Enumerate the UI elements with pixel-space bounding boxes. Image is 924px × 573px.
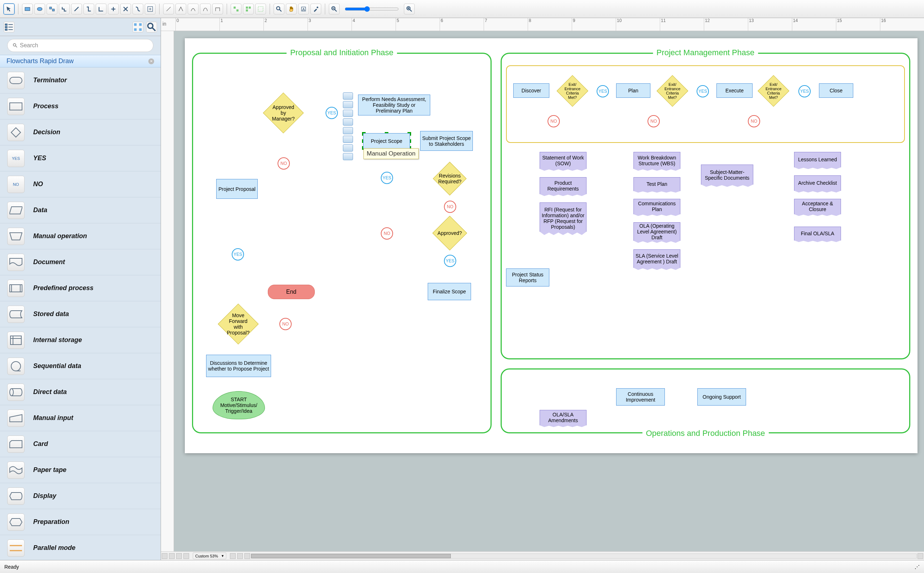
panel-header[interactable]: Flowcharts Rapid Draw ✕ <box>0 55 161 67</box>
pal-circle[interactable] <box>343 136 353 143</box>
process-project-scope[interactable]: Project Scope <box>363 133 410 149</box>
page[interactable]: Proposal and Initiation Phase Approved b… <box>185 38 918 453</box>
shape-item-yes[interactable]: YESYES <box>0 146 161 171</box>
scroll-thumb[interactable] <box>251 554 451 558</box>
shape-item-internal-storage[interactable]: Internal storage <box>0 327 161 353</box>
process-status-reports[interactable]: Project Status Reports <box>506 268 549 286</box>
conn-no-pm3[interactable]: NO <box>748 115 760 127</box>
doc-finalola[interactable]: Final OLA/SLA <box>794 227 841 243</box>
zoom-select[interactable]: Custom 53%▾ <box>193 553 226 559</box>
search-view-icon[interactable] <box>146 22 157 33</box>
shape-item-data[interactable]: Data <box>0 197 161 223</box>
resize-grip-icon[interactable]: ⋰ <box>915 564 920 570</box>
process-discussions[interactable]: Discussions to Determine whether to Prop… <box>206 355 271 377</box>
process-ongoing[interactable]: Ongoing Support <box>697 388 746 405</box>
connector-tool-1[interactable] <box>59 4 70 14</box>
view-mode-2[interactable] <box>237 553 243 559</box>
pal-arrow[interactable] <box>343 144 353 152</box>
doc-sme[interactable]: Subject-Matter-Specific Documents <box>701 164 753 188</box>
pal-rect[interactable] <box>343 92 353 100</box>
line-tool-5[interactable] <box>212 4 223 14</box>
page-prev-icon[interactable] <box>169 553 175 559</box>
process-perform-needs[interactable]: Perform Needs Assessment, Feasibility St… <box>358 94 430 116</box>
conn-yes-3[interactable]: YES <box>381 172 393 184</box>
rect-tool[interactable] <box>22 4 33 14</box>
process-discover[interactable]: Discover <box>513 83 549 98</box>
zoom-out-button[interactable] <box>329 4 340 14</box>
conn-yes-2[interactable]: YES <box>232 248 244 260</box>
line-tool-3[interactable] <box>188 4 199 14</box>
conn-yes-1[interactable]: YES <box>326 107 338 119</box>
pal-parallelogram[interactable] <box>343 110 353 117</box>
process-execute[interactable]: Execute <box>716 83 753 98</box>
shape-item-manual-input[interactable]: Manual input <box>0 405 161 431</box>
shape-tool-1[interactable] <box>47 4 57 14</box>
zoom-slider[interactable] <box>345 6 399 12</box>
process-cont-improve[interactable]: Continuous Improvement <box>616 388 665 405</box>
doc-commplan[interactable]: Communications Plan <box>633 199 680 217</box>
line-tool-4[interactable] <box>200 4 211 14</box>
shape-item-parallel-mode[interactable]: Parallel mode <box>0 535 161 560</box>
doc-rfi[interactable]: RFI (Request for Information) and/or RFP… <box>540 202 587 237</box>
shape-item-direct-data[interactable]: Direct data <box>0 379 161 405</box>
line-tool-1[interactable] <box>163 4 174 14</box>
ellipse-tool[interactable] <box>34 4 45 14</box>
shape-item-decision[interactable]: Decision <box>0 119 161 146</box>
text-tool[interactable]: A <box>298 4 309 14</box>
doc-testplan[interactable]: Test Plan <box>633 177 680 193</box>
scrollbar-horizontal[interactable]: Custom 53%▾ <box>161 551 924 560</box>
view-mode-1[interactable] <box>230 553 236 559</box>
doc-sla[interactable]: SLA (Service Level Agreement ) Draft <box>633 249 680 271</box>
terminator-end[interactable]: End <box>268 285 315 299</box>
group-tool-3[interactable] <box>255 4 266 14</box>
pal-diamond[interactable] <box>343 101 353 108</box>
conn-yes-pm2[interactable]: YES <box>697 85 709 97</box>
rapid-draw-palette[interactable] <box>343 92 353 160</box>
conn-no-1[interactable]: NO <box>277 157 290 170</box>
shape-item-card[interactable]: Card <box>0 431 161 457</box>
zoom-tool[interactable] <box>274 4 284 14</box>
line-tool-2[interactable] <box>175 4 186 14</box>
search-input[interactable]: Search <box>7 39 153 52</box>
conn-yes-4[interactable]: YES <box>444 255 456 267</box>
eyedropper-tool[interactable] <box>310 4 321 14</box>
process-plan[interactable]: Plan <box>616 83 650 98</box>
pointer-tool[interactable] <box>4 4 14 14</box>
canvas[interactable]: Proposal and Initiation Phase Approved b… <box>174 31 924 551</box>
connector-tool-5[interactable] <box>108 4 119 14</box>
doc-lessons[interactable]: Lessons Learned <box>794 152 841 170</box>
close-icon[interactable]: ✕ <box>148 58 154 64</box>
shape-item-display[interactable]: Display <box>0 483 161 509</box>
shape-item-paper-tape[interactable]: Paper tape <box>0 457 161 483</box>
zoom-in-button[interactable] <box>404 4 415 14</box>
doc-prodreq[interactable]: Product Requirements <box>540 177 587 197</box>
conn-no-4[interactable]: NO <box>381 227 393 240</box>
shape-item-terminator[interactable]: Terminator <box>0 67 161 94</box>
shape-item-stored-data[interactable]: Stored data <box>0 301 161 327</box>
shape-item-preparation[interactable]: Preparation <box>0 509 161 535</box>
page-last-icon[interactable] <box>183 553 189 559</box>
pal-trap[interactable] <box>343 118 353 125</box>
export-tool[interactable] <box>145 4 155 14</box>
process-project-proposal[interactable]: Project Proposal <box>216 179 258 199</box>
conn-yes-pm1[interactable]: YES <box>597 85 609 97</box>
conn-no-3[interactable]: NO <box>444 200 456 213</box>
shape-item-predefined-process[interactable]: Predefined process <box>0 275 161 301</box>
group-tool-2[interactable] <box>243 4 254 14</box>
doc-ola[interactable]: OLA (Operating Level Agreement) Draft <box>633 222 680 244</box>
grid-view-icon[interactable] <box>133 22 143 33</box>
process-finalize-scope[interactable]: Finalize Scope <box>428 283 471 300</box>
doc-ola-amend[interactable]: OLA/SLA Amendments <box>540 410 587 428</box>
page-next-icon[interactable] <box>176 553 182 559</box>
doc-wbs[interactable]: Work Breakdown Structure (WBS) <box>633 152 680 172</box>
conn-no-2[interactable]: NO <box>279 318 291 330</box>
conn-no-pm2[interactable]: NO <box>648 115 660 127</box>
process-submit-scope[interactable]: Submit Project Scope to Stakeholders <box>420 131 473 151</box>
shape-item-manual-operation[interactable]: Manual operation <box>0 223 161 249</box>
connector-tool-3[interactable] <box>83 4 94 14</box>
shape-item-process[interactable]: Process <box>0 94 161 119</box>
library-tree-icon[interactable] <box>4 22 14 33</box>
page-first-icon[interactable] <box>162 553 168 559</box>
process-close[interactable]: Close <box>819 83 853 98</box>
doc-archive[interactable]: Archive Checklist <box>794 175 841 193</box>
